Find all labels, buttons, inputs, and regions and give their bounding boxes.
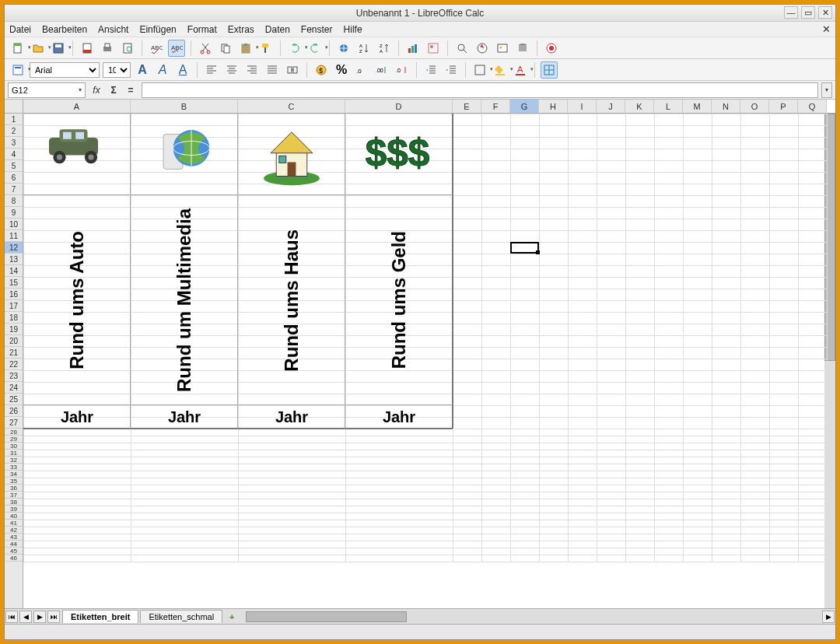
row-header-25[interactable]: 25 bbox=[5, 394, 23, 405]
borders-button[interactable] bbox=[471, 61, 488, 79]
menu-datei[interactable]: Datei bbox=[9, 24, 31, 35]
sort-desc-button[interactable]: ZA bbox=[376, 40, 393, 57]
tab-nav-first[interactable]: ⏮ bbox=[5, 611, 18, 623]
row-header-9[interactable]: 9 bbox=[5, 207, 23, 219]
row-header-1[interactable]: 1 bbox=[5, 114, 23, 125]
spellcheck-button[interactable]: ABC bbox=[148, 40, 165, 57]
chart-button[interactable] bbox=[404, 40, 422, 57]
row-header-22[interactable]: 22 bbox=[5, 359, 23, 370]
bgcolor-button[interactable] bbox=[492, 61, 509, 79]
datasources-button[interactable] bbox=[514, 40, 531, 57]
underline-button[interactable]: A bbox=[174, 61, 191, 79]
menu-einfügen[interactable]: Einfügen bbox=[139, 24, 176, 35]
row-header-12[interactable]: 12 bbox=[5, 242, 23, 254]
menu-format[interactable]: Format bbox=[187, 24, 217, 35]
tab-nav-next[interactable]: ▶ bbox=[33, 611, 46, 623]
col-header-F[interactable]: F bbox=[481, 100, 510, 113]
col-header-C[interactable]: C bbox=[238, 100, 345, 113]
formula-expand-button[interactable]: ▾ bbox=[821, 82, 832, 98]
redo-button[interactable] bbox=[306, 40, 324, 57]
increase-indent-button[interactable] bbox=[443, 61, 460, 79]
row-header-11[interactable]: 11 bbox=[5, 230, 23, 242]
print-button[interactable] bbox=[99, 40, 116, 57]
tab-nav-last[interactable]: ⏭ bbox=[47, 611, 60, 623]
paste-button[interactable] bbox=[237, 40, 254, 57]
row-header-15[interactable]: 15 bbox=[5, 277, 23, 289]
row-header-5[interactable]: 5 bbox=[5, 160, 23, 172]
print-preview-button[interactable] bbox=[119, 40, 136, 57]
minimize-button[interactable]: — bbox=[784, 6, 798, 19]
col-header-L[interactable]: L bbox=[654, 100, 683, 113]
add-sheet-button[interactable]: + bbox=[226, 611, 238, 623]
row-header-16[interactable]: 16 bbox=[5, 289, 23, 300]
number-format-button[interactable]: .0 bbox=[353, 61, 370, 79]
gallery-button[interactable] bbox=[494, 40, 511, 57]
font-size-select[interactable]: 10 bbox=[103, 62, 131, 78]
new-doc-button[interactable] bbox=[9, 40, 26, 57]
name-box[interactable]: G12 bbox=[8, 82, 86, 98]
row-header-10[interactable]: 10 bbox=[5, 219, 23, 230]
col-header-Q[interactable]: Q bbox=[798, 100, 827, 113]
align-right-button[interactable] bbox=[243, 61, 261, 79]
row-header-26[interactable]: 26 bbox=[5, 405, 23, 417]
row-header-18[interactable]: 18 bbox=[5, 312, 23, 324]
sheet-tab[interactable]: Etiketten_schmal bbox=[140, 610, 222, 623]
align-justify-button[interactable] bbox=[264, 61, 281, 79]
cells-area[interactable]: $$$Rund ums AutoRund um MultimediaRund u… bbox=[23, 114, 835, 608]
italic-button[interactable]: A bbox=[154, 61, 171, 79]
remove-decimal-button[interactable]: .0 bbox=[394, 61, 411, 79]
sort-asc-button[interactable]: AZ bbox=[355, 40, 373, 57]
sheet-tab[interactable]: Etiketten_breit bbox=[62, 610, 138, 623]
show-draw-button[interactable] bbox=[425, 40, 442, 57]
menu-extras[interactable]: Extras bbox=[228, 24, 254, 35]
copy-button[interactable] bbox=[217, 40, 234, 57]
menu-hilfe[interactable]: Hilfe bbox=[344, 24, 362, 35]
menu-ansicht[interactable]: Ansicht bbox=[98, 24, 128, 35]
col-header-J[interactable]: J bbox=[597, 100, 625, 113]
equals-button[interactable]: = bbox=[123, 82, 138, 98]
col-header-G[interactable]: G bbox=[510, 100, 539, 113]
col-header-I[interactable]: I bbox=[568, 100, 597, 113]
row-header-19[interactable]: 19 bbox=[5, 324, 23, 335]
format-paintbrush-button[interactable] bbox=[257, 40, 275, 57]
row-header-2[interactable]: 2 bbox=[5, 125, 23, 137]
menu-fenster[interactable]: Fenster bbox=[301, 24, 333, 35]
open-button[interactable] bbox=[30, 40, 47, 57]
merge-cells-button[interactable] bbox=[284, 61, 301, 79]
row-header-4[interactable]: 4 bbox=[5, 149, 23, 160]
navigator-button[interactable] bbox=[474, 40, 491, 57]
row-header-14[interactable]: 14 bbox=[5, 265, 23, 277]
align-left-button[interactable] bbox=[203, 61, 220, 79]
currency-button[interactable]: $ bbox=[313, 61, 330, 79]
menu-bearbeiten[interactable]: Bearbeiten bbox=[42, 24, 87, 35]
menu-daten[interactable]: Daten bbox=[265, 24, 290, 35]
undo-button[interactable] bbox=[286, 40, 303, 57]
percent-button[interactable]: % bbox=[333, 61, 350, 79]
formula-input[interactable] bbox=[142, 82, 818, 98]
col-header-D[interactable]: D bbox=[345, 100, 453, 113]
row-header-7[interactable]: 7 bbox=[5, 184, 23, 195]
row-header-24[interactable]: 24 bbox=[5, 382, 23, 394]
row-header-46[interactable]: 46 bbox=[5, 555, 23, 562]
fontcolor-button[interactable]: A bbox=[512, 61, 529, 79]
sum-button[interactable]: Σ bbox=[106, 82, 121, 98]
grid-lines-button[interactable] bbox=[541, 61, 558, 79]
col-header-P[interactable]: P bbox=[769, 100, 798, 113]
col-header-E[interactable]: E bbox=[453, 100, 481, 113]
add-decimal-button[interactable]: .00 bbox=[373, 61, 390, 79]
col-header-K[interactable]: K bbox=[625, 100, 654, 113]
row-header-27[interactable]: 27 bbox=[5, 417, 23, 429]
row-header-17[interactable]: 17 bbox=[5, 300, 23, 312]
row-header-23[interactable]: 23 bbox=[5, 370, 23, 382]
pdf-export-button[interactable] bbox=[79, 40, 96, 57]
col-header-A[interactable]: A bbox=[23, 100, 131, 113]
bold-button[interactable]: A bbox=[134, 61, 151, 79]
font-name-select[interactable]: Arial bbox=[30, 62, 100, 78]
autospell-button[interactable]: ABC bbox=[168, 40, 185, 57]
row-header-6[interactable]: 6 bbox=[5, 172, 23, 184]
help-button[interactable] bbox=[543, 40, 560, 57]
col-header-O[interactable]: O bbox=[740, 100, 769, 113]
save-button[interactable] bbox=[50, 40, 67, 57]
row-header-8[interactable]: 8 bbox=[5, 195, 23, 207]
find-button[interactable] bbox=[453, 40, 471, 57]
